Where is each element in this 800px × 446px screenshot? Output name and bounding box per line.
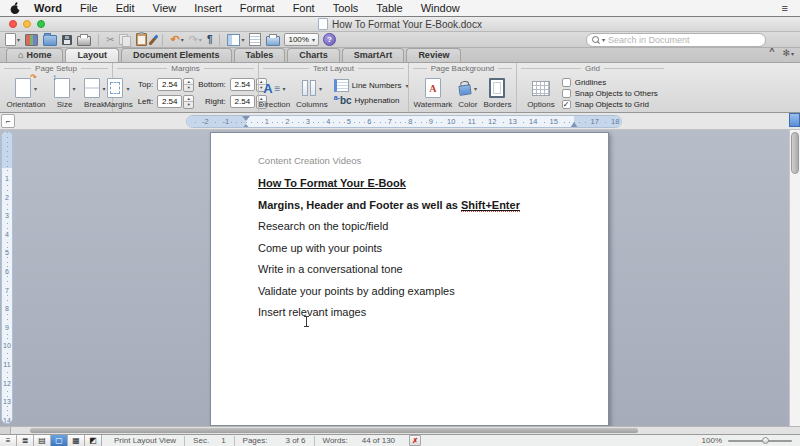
horizontal-ruler[interactable]: -2-11234567891011121314151718 (186, 115, 622, 128)
open-gallery-button[interactable] (24, 33, 39, 46)
top-margin-stepper[interactable]: 2.54▲▼ (157, 78, 194, 92)
document-line[interactable]: Come up with your points (258, 243, 520, 254)
tab-smartart[interactable]: SmartArt (342, 48, 405, 62)
tab-stop-selector[interactable]: ⌐ (1, 114, 15, 128)
tab-tables[interactable]: Tables (234, 48, 286, 62)
minimize-window-button[interactable] (23, 20, 31, 28)
print-layout-view-button[interactable]: ▢ (51, 435, 68, 446)
page-color-button[interactable]: ▾ Color (458, 78, 477, 109)
new-document-button[interactable]: ▾ (4, 33, 21, 46)
redo-button[interactable]: ↷▾ (188, 33, 203, 46)
document-line-subtitle[interactable]: Margins, Header and Footer as well as Sh… (258, 200, 520, 211)
page-borders-button[interactable]: Borders (483, 78, 511, 109)
document-line[interactable]: Write in a conversational tone (258, 264, 520, 275)
search-input[interactable]: ▾ Search in Document (586, 33, 766, 47)
columns-button[interactable]: ▾ Columns (296, 78, 328, 109)
margins-button[interactable]: ▾ Margins (104, 78, 132, 109)
focus-view-button[interactable]: ◩ (85, 435, 102, 446)
watermark-button[interactable]: Watermark (414, 78, 453, 109)
tab-charts[interactable]: Charts (287, 48, 340, 62)
tab-document-elements[interactable]: Document Elements (121, 48, 232, 62)
spelling-status-icon[interactable]: ✗ (409, 435, 421, 446)
pages-value[interactable]: 3 of 6 (285, 436, 305, 445)
menu-insert[interactable]: Insert (185, 2, 231, 14)
show-formatting-marks-button[interactable]: ¶ (206, 33, 214, 46)
format-painter-button[interactable] (151, 33, 156, 46)
orientation-button[interactable]: ▾ Orientation (6, 78, 45, 109)
draft-view-button[interactable]: ≡ (0, 435, 17, 446)
search-scope-dropdown-icon[interactable]: ▾ (602, 36, 605, 43)
checkbox-snap-objects-to-grid[interactable]: ✓Snap Objects to Grid (562, 100, 649, 109)
print-button[interactable] (76, 33, 92, 46)
open-button[interactable] (42, 33, 58, 46)
sidebar-toggle-button[interactable]: ▾ (226, 33, 245, 46)
notebook-button[interactable] (248, 33, 262, 46)
document-line[interactable]: Research on the topic/field (258, 221, 520, 232)
undo-button[interactable]: ↶▾ (169, 33, 184, 46)
right-indent-marker[interactable] (570, 118, 578, 128)
direction-button[interactable]: A≡▾ Direction (259, 78, 291, 109)
ruler-toggle-button[interactable] (789, 113, 800, 127)
ruler-number: 13 (507, 117, 519, 127)
cut-button[interactable]: ✂ (105, 33, 115, 46)
document-line-title[interactable]: How To Format Your E-Book (258, 178, 520, 189)
collapse-ribbon-button[interactable]: ^ (769, 46, 774, 56)
publishing-layout-view-button[interactable]: ▤ (34, 435, 51, 446)
ruler-number: 14 (2, 416, 12, 424)
menu-tools[interactable]: Tools (324, 2, 368, 14)
indent-marker[interactable] (242, 116, 250, 128)
menu-view[interactable]: View (144, 2, 186, 14)
document-line[interactable]: Validate your points by adding examples (258, 286, 520, 297)
break-button[interactable]: ▾ Break (84, 78, 106, 109)
view-mode-label[interactable]: Print Layout View (114, 436, 176, 445)
copy-button[interactable] (118, 33, 132, 46)
checkbox-gridlines[interactable]: Gridlines (562, 78, 607, 87)
menu-edit[interactable]: Edit (107, 2, 144, 14)
outline-view-button[interactable]: ≣ (17, 435, 34, 446)
left-margin-stepper[interactable]: 2.54▲▼ (157, 95, 194, 109)
vertical-ruler[interactable]: 1234567891011121314 (1, 131, 13, 424)
horizontal-scroll-thumb[interactable] (30, 428, 638, 433)
document-header-text[interactable]: Content Creation Videos (258, 155, 361, 166)
menu-extra-list-icon[interactable]: ≡ (780, 2, 790, 14)
print-preview-button[interactable] (265, 33, 281, 46)
document-workspace: 1234567891011121314 Content Creation Vid… (0, 130, 800, 426)
dropdown-icon[interactable]: ▾ (17, 36, 20, 43)
print-preview-icon (266, 36, 280, 46)
zoom-window-button[interactable] (37, 20, 45, 28)
menu-font[interactable]: Font (284, 2, 324, 14)
help-button[interactable]: ? (322, 33, 337, 46)
tab-label: Charts (299, 50, 328, 61)
vertical-scrollbar[interactable] (789, 130, 800, 426)
hyphenation-button[interactable]: a-bc Hyphenation (334, 94, 400, 106)
grid-icon (532, 81, 550, 96)
tab-review[interactable]: Review (406, 48, 461, 62)
tab-home[interactable]: ⌂Home (6, 48, 63, 62)
vertical-scroll-thumb[interactable] (791, 132, 799, 174)
line-numbers-button[interactable]: Line Numbers ▾ (334, 79, 409, 92)
words-value[interactable]: 44 of 130 (362, 436, 395, 445)
menu-format[interactable]: Format (231, 2, 284, 14)
tab-layout[interactable]: Layout (65, 48, 119, 62)
apple-menu-icon[interactable] (10, 2, 21, 15)
close-window-button[interactable] (9, 20, 17, 28)
horizontal-scrollbar[interactable] (0, 426, 800, 434)
zoom-select[interactable]: 100% ▾ (284, 33, 318, 46)
menu-word[interactable]: Word (25, 2, 71, 14)
zoom-slider-knob[interactable] (762, 437, 769, 444)
menu-table[interactable]: Table (367, 2, 411, 14)
grid-options-button[interactable]: Options (527, 78, 555, 109)
document-page[interactable]: Content Creation Videos How To Format Yo… (210, 132, 609, 426)
menu-window[interactable]: Window (412, 2, 469, 14)
size-button[interactable]: ▾ Size (54, 78, 76, 109)
menu-file[interactable]: File (71, 2, 107, 14)
notebook-layout-view-button[interactable]: ▦ (68, 435, 85, 446)
document-line[interactable]: Insert relevant images (258, 307, 520, 318)
home-icon: ⌂ (18, 50, 23, 61)
ribbon-settings-button[interactable]: ✻▾ (782, 42, 794, 60)
paste-button[interactable] (135, 33, 148, 46)
ruler-number: 17 (589, 117, 601, 127)
save-button[interactable] (61, 33, 73, 46)
checkbox-snap-objects-to-others[interactable]: Snap Objects to Others (562, 89, 658, 98)
zoom-slider[interactable] (728, 440, 792, 442)
